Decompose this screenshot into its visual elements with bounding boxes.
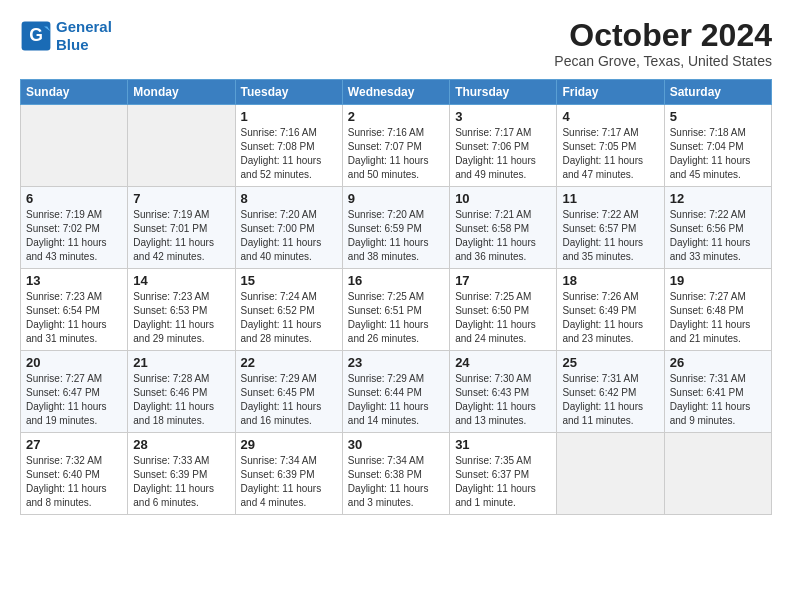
calendar-cell-w2-d1: 6Sunrise: 7:19 AMSunset: 7:02 PMDaylight… [21, 187, 128, 269]
calendar-cell-w2-d6: 11Sunrise: 7:22 AMSunset: 6:57 PMDayligh… [557, 187, 664, 269]
cell-info-2: Sunrise: 7:16 AMSunset: 7:07 PMDaylight:… [348, 126, 444, 182]
day-number-4: 4 [562, 109, 658, 124]
day-number-30: 30 [348, 437, 444, 452]
calendar-cell-w4-d2: 21Sunrise: 7:28 AMSunset: 6:46 PMDayligh… [128, 351, 235, 433]
calendar-cell-w2-d7: 12Sunrise: 7:22 AMSunset: 6:56 PMDayligh… [664, 187, 771, 269]
day-number-2: 2 [348, 109, 444, 124]
day-number-16: 16 [348, 273, 444, 288]
calendar-cell-w5-d3: 29Sunrise: 7:34 AMSunset: 6:39 PMDayligh… [235, 433, 342, 515]
cell-info-31: Sunrise: 7:35 AMSunset: 6:37 PMDaylight:… [455, 454, 551, 510]
day-number-10: 10 [455, 191, 551, 206]
calendar-cell-w1-d3: 1Sunrise: 7:16 AMSunset: 7:08 PMDaylight… [235, 105, 342, 187]
month-title: October 2024 [554, 18, 772, 53]
day-number-19: 19 [670, 273, 766, 288]
cell-info-11: Sunrise: 7:22 AMSunset: 6:57 PMDaylight:… [562, 208, 658, 264]
cell-info-19: Sunrise: 7:27 AMSunset: 6:48 PMDaylight:… [670, 290, 766, 346]
logo-line2: Blue [56, 36, 89, 53]
logo: G General Blue [20, 18, 112, 54]
calendar-week-4: 20Sunrise: 7:27 AMSunset: 6:47 PMDayligh… [21, 351, 772, 433]
calendar-cell-w4-d1: 20Sunrise: 7:27 AMSunset: 6:47 PMDayligh… [21, 351, 128, 433]
day-number-18: 18 [562, 273, 658, 288]
header-tuesday: Tuesday [235, 80, 342, 105]
day-number-31: 31 [455, 437, 551, 452]
cell-info-18: Sunrise: 7:26 AMSunset: 6:49 PMDaylight:… [562, 290, 658, 346]
calendar-cell-w5-d4: 30Sunrise: 7:34 AMSunset: 6:38 PMDayligh… [342, 433, 449, 515]
day-number-29: 29 [241, 437, 337, 452]
cell-info-30: Sunrise: 7:34 AMSunset: 6:38 PMDaylight:… [348, 454, 444, 510]
day-number-12: 12 [670, 191, 766, 206]
day-number-24: 24 [455, 355, 551, 370]
cell-info-12: Sunrise: 7:22 AMSunset: 6:56 PMDaylight:… [670, 208, 766, 264]
calendar-cell-w1-d4: 2Sunrise: 7:16 AMSunset: 7:07 PMDaylight… [342, 105, 449, 187]
cell-info-20: Sunrise: 7:27 AMSunset: 6:47 PMDaylight:… [26, 372, 122, 428]
cell-info-6: Sunrise: 7:19 AMSunset: 7:02 PMDaylight:… [26, 208, 122, 264]
calendar-cell-w4-d4: 23Sunrise: 7:29 AMSunset: 6:44 PMDayligh… [342, 351, 449, 433]
logo-line1: General [56, 18, 112, 35]
cell-info-10: Sunrise: 7:21 AMSunset: 6:58 PMDaylight:… [455, 208, 551, 264]
day-number-8: 8 [241, 191, 337, 206]
day-number-13: 13 [26, 273, 122, 288]
day-number-25: 25 [562, 355, 658, 370]
day-number-20: 20 [26, 355, 122, 370]
calendar-cell-w4-d7: 26Sunrise: 7:31 AMSunset: 6:41 PMDayligh… [664, 351, 771, 433]
calendar-cell-w1-d5: 3Sunrise: 7:17 AMSunset: 7:06 PMDaylight… [450, 105, 557, 187]
logo-text: General Blue [56, 18, 112, 54]
calendar-cell-w5-d5: 31Sunrise: 7:35 AMSunset: 6:37 PMDayligh… [450, 433, 557, 515]
cell-info-14: Sunrise: 7:23 AMSunset: 6:53 PMDaylight:… [133, 290, 229, 346]
calendar-cell-w5-d1: 27Sunrise: 7:32 AMSunset: 6:40 PMDayligh… [21, 433, 128, 515]
header-sunday: Sunday [21, 80, 128, 105]
cell-info-7: Sunrise: 7:19 AMSunset: 7:01 PMDaylight:… [133, 208, 229, 264]
location: Pecan Grove, Texas, United States [554, 53, 772, 69]
cell-info-28: Sunrise: 7:33 AMSunset: 6:39 PMDaylight:… [133, 454, 229, 510]
header: G General Blue October 2024 Pecan Grove,… [20, 18, 772, 69]
cell-info-5: Sunrise: 7:18 AMSunset: 7:04 PMDaylight:… [670, 126, 766, 182]
day-number-5: 5 [670, 109, 766, 124]
title-block: October 2024 Pecan Grove, Texas, United … [554, 18, 772, 69]
cell-info-15: Sunrise: 7:24 AMSunset: 6:52 PMDaylight:… [241, 290, 337, 346]
day-number-6: 6 [26, 191, 122, 206]
calendar-cell-w3-d6: 18Sunrise: 7:26 AMSunset: 6:49 PMDayligh… [557, 269, 664, 351]
cell-info-26: Sunrise: 7:31 AMSunset: 6:41 PMDaylight:… [670, 372, 766, 428]
day-number-3: 3 [455, 109, 551, 124]
day-number-22: 22 [241, 355, 337, 370]
day-number-1: 1 [241, 109, 337, 124]
header-monday: Monday [128, 80, 235, 105]
calendar-cell-w2-d5: 10Sunrise: 7:21 AMSunset: 6:58 PMDayligh… [450, 187, 557, 269]
calendar-week-5: 27Sunrise: 7:32 AMSunset: 6:40 PMDayligh… [21, 433, 772, 515]
calendar-cell-w2-d4: 9Sunrise: 7:20 AMSunset: 6:59 PMDaylight… [342, 187, 449, 269]
calendar-cell-w2-d3: 8Sunrise: 7:20 AMSunset: 7:00 PMDaylight… [235, 187, 342, 269]
calendar-cell-w3-d5: 17Sunrise: 7:25 AMSunset: 6:50 PMDayligh… [450, 269, 557, 351]
calendar-cell-w2-d2: 7Sunrise: 7:19 AMSunset: 7:01 PMDaylight… [128, 187, 235, 269]
header-thursday: Thursday [450, 80, 557, 105]
calendar-cell-w4-d5: 24Sunrise: 7:30 AMSunset: 6:43 PMDayligh… [450, 351, 557, 433]
calendar-cell-w4-d3: 22Sunrise: 7:29 AMSunset: 6:45 PMDayligh… [235, 351, 342, 433]
cell-info-8: Sunrise: 7:20 AMSunset: 7:00 PMDaylight:… [241, 208, 337, 264]
svg-text:G: G [29, 25, 43, 45]
day-number-27: 27 [26, 437, 122, 452]
day-number-11: 11 [562, 191, 658, 206]
calendar-cell-w4-d6: 25Sunrise: 7:31 AMSunset: 6:42 PMDayligh… [557, 351, 664, 433]
cell-info-3: Sunrise: 7:17 AMSunset: 7:06 PMDaylight:… [455, 126, 551, 182]
calendar-week-3: 13Sunrise: 7:23 AMSunset: 6:54 PMDayligh… [21, 269, 772, 351]
page: G General Blue October 2024 Pecan Grove,… [0, 0, 792, 533]
calendar-cell-w3-d3: 15Sunrise: 7:24 AMSunset: 6:52 PMDayligh… [235, 269, 342, 351]
calendar-cell-w1-d1 [21, 105, 128, 187]
calendar-header-row: Sunday Monday Tuesday Wednesday Thursday… [21, 80, 772, 105]
day-number-23: 23 [348, 355, 444, 370]
calendar-cell-w3-d2: 14Sunrise: 7:23 AMSunset: 6:53 PMDayligh… [128, 269, 235, 351]
day-number-7: 7 [133, 191, 229, 206]
calendar-cell-w3-d1: 13Sunrise: 7:23 AMSunset: 6:54 PMDayligh… [21, 269, 128, 351]
calendar-cell-w5-d2: 28Sunrise: 7:33 AMSunset: 6:39 PMDayligh… [128, 433, 235, 515]
calendar-cell-w5-d6 [557, 433, 664, 515]
cell-info-22: Sunrise: 7:29 AMSunset: 6:45 PMDaylight:… [241, 372, 337, 428]
cell-info-16: Sunrise: 7:25 AMSunset: 6:51 PMDaylight:… [348, 290, 444, 346]
cell-info-29: Sunrise: 7:34 AMSunset: 6:39 PMDaylight:… [241, 454, 337, 510]
cell-info-13: Sunrise: 7:23 AMSunset: 6:54 PMDaylight:… [26, 290, 122, 346]
calendar-cell-w1-d6: 4Sunrise: 7:17 AMSunset: 7:05 PMDaylight… [557, 105, 664, 187]
calendar-cell-w3-d7: 19Sunrise: 7:27 AMSunset: 6:48 PMDayligh… [664, 269, 771, 351]
calendar-table: Sunday Monday Tuesday Wednesday Thursday… [20, 79, 772, 515]
cell-info-23: Sunrise: 7:29 AMSunset: 6:44 PMDaylight:… [348, 372, 444, 428]
cell-info-4: Sunrise: 7:17 AMSunset: 7:05 PMDaylight:… [562, 126, 658, 182]
calendar-week-2: 6Sunrise: 7:19 AMSunset: 7:02 PMDaylight… [21, 187, 772, 269]
cell-info-25: Sunrise: 7:31 AMSunset: 6:42 PMDaylight:… [562, 372, 658, 428]
